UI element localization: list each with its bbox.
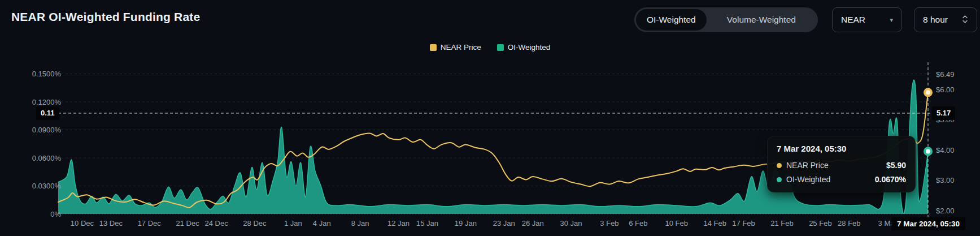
price-marker [925, 89, 931, 96]
x-axis-tick-label: 12 Jan [387, 219, 410, 228]
x-axis-tick-label: 28 Dec [243, 219, 267, 228]
x-axis-tick-label: 17 Dec [138, 219, 162, 228]
y-axis-right-tick-label: $6.00 [936, 85, 955, 94]
y-axis-left-tick-label: 0.1200% [32, 98, 62, 106]
x-axis-tick-label: 10 Dec [71, 219, 94, 228]
y-axis-right-tick-label: $3.00 [936, 176, 955, 184]
x-axis-tick-label: 4 Jan [313, 219, 331, 228]
tooltip-value: 0.0670% [875, 175, 906, 184]
x-axis-tick-label: 23 Jan [493, 219, 515, 228]
funding-marker [925, 148, 931, 155]
oi-weighted-dot-icon [777, 177, 782, 182]
x-axis-tick-label: 8 Jan [351, 219, 369, 228]
x-axis-tick-label: 28 Feb [838, 219, 860, 228]
crosshair-funding-value-label: 0.11 [36, 106, 59, 120]
x-axis-tick-label: 1 Jan [284, 219, 302, 228]
x-axis-tick-label: 30 Jan [560, 219, 582, 228]
x-axis-tick-label: 21 Dec [176, 219, 200, 228]
tooltip-row-near-price: NEAR Price $5.90 [777, 161, 906, 170]
x-axis-tick-label: 19 Jan [455, 219, 477, 228]
near-price-dot-icon [777, 163, 782, 168]
x-axis-tick-label: 21 Feb [770, 219, 793, 228]
y-axis-left-tick-label: 0.1500% [32, 70, 62, 78]
funding-rate-chart[interactable]: 0.1500%0.1200%0.0900%0.0600%0.0300%0%$6.… [0, 0, 980, 236]
tooltip-row-oi-weighted: OI-Weighted 0.0670% [777, 175, 906, 184]
x-axis-tick-label: 25 Feb [809, 219, 831, 228]
x-axis-tick-label: 13 Dec [99, 219, 123, 228]
x-axis-tick-label: 6 Feb [629, 219, 647, 228]
y-axis-right-tick-label: $4.00 [936, 146, 955, 155]
y-axis-left-tick-label: 0.0600% [32, 154, 62, 162]
x-axis-tick-label: 17 Feb [732, 219, 755, 228]
crosshair-price-value-label: 5.17 [932, 106, 955, 120]
crosshair-date-label: 7 Mar 2024, 05:30 [891, 217, 965, 230]
tooltip-label: NEAR Price [786, 161, 829, 170]
x-axis-tick-label: 15 Jan [416, 219, 438, 228]
tooltip-date: 7 Mar 2024, 05:30 [777, 144, 906, 153]
y-axis-right-tick-label: $6.49 [936, 70, 955, 79]
chart-tooltip: 7 Mar 2024, 05:30 NEAR Price $5.90 OI-We… [767, 136, 916, 192]
y-axis-right-tick-label: $2.00 [936, 207, 955, 215]
x-axis-tick-label: 24 Dec [204, 219, 228, 228]
x-axis-tick-label: 14 Feb [703, 219, 726, 228]
x-axis-tick-label: 10 Feb [665, 219, 688, 228]
x-axis-tick-label: 26 Jan [522, 219, 544, 228]
y-axis-left-tick-label: 0.0900% [32, 126, 62, 134]
x-axis-tick-label: 3 Feb [600, 219, 619, 228]
funding-rate-page: NEAR OI-Weighted Funding Rate OI-Weighte… [0, 0, 980, 236]
tooltip-label: OI-Weighted [786, 175, 830, 184]
tooltip-value: $5.90 [886, 161, 906, 170]
y-axis-left-tick-label: 0.0300% [32, 182, 62, 190]
y-axis-left-tick-label: 0% [50, 210, 61, 218]
